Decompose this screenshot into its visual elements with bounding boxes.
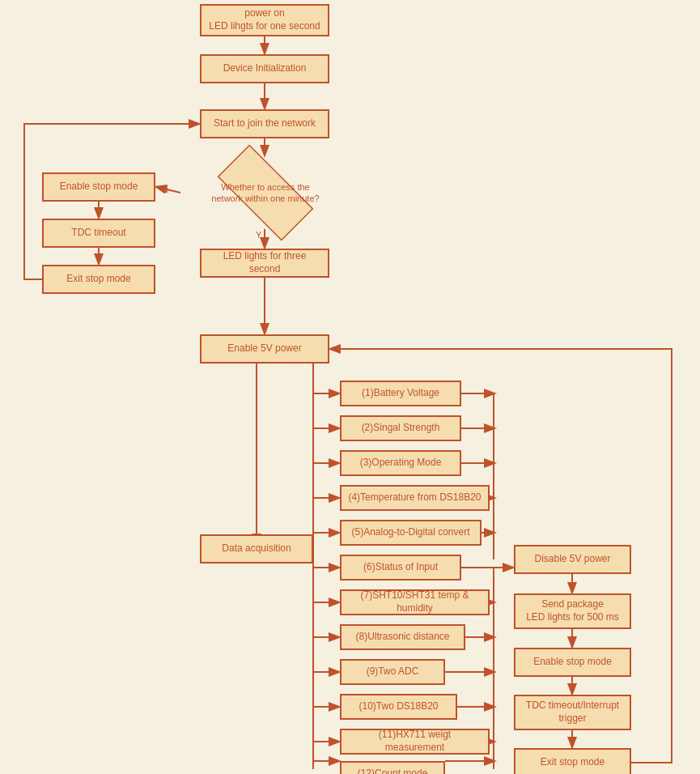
join-network-box: Start to join the network xyxy=(200,109,329,138)
sensor-8-box: (8)Ultrasonic distance xyxy=(340,624,465,650)
led-three-box: LED lights for three second xyxy=(200,249,329,278)
sensor-1-box: (1)Battery Voltage xyxy=(340,381,461,406)
sensor-10-box: (10)Two DS18B20 xyxy=(340,694,457,720)
sensor-7-box: (7)SHT10/SHT31 temp & humidity xyxy=(340,589,490,615)
sensor-9-box: (9)Two ADC xyxy=(340,659,445,685)
sensor-3-box: (3)Operating Mode xyxy=(340,450,461,476)
power-on-box: power on LED lihgts for one second xyxy=(200,4,329,36)
y-label: Y xyxy=(256,230,261,240)
tdc-timeout-box: TDC timeout xyxy=(42,219,155,248)
n-label: N xyxy=(162,185,168,194)
diamond-label: Whether to access thenetwork within one … xyxy=(207,177,323,209)
flowchart: power on LED lihgts for one second Devic… xyxy=(0,0,700,774)
enable-stop-box: Enable stop mode xyxy=(42,172,155,202)
tdc-interrupt-box: TDC timeout/Interrupt trigger xyxy=(514,695,631,730)
exit-stop2-box: Exit stop mode xyxy=(514,748,631,774)
sensor-11-box: (11)HX711 weigt measurement xyxy=(340,729,490,755)
sensor-12-box: (12)Count mode xyxy=(340,761,445,774)
svg-line-3 xyxy=(157,187,180,193)
sensor-4-box: (4)Temperature from DS18B20 xyxy=(340,485,490,511)
sensor-6-box: (6)Status of Input xyxy=(340,555,461,580)
device-init-box: Device Initialization xyxy=(200,54,329,83)
disable-5v-box: Disable 5V power xyxy=(514,545,631,574)
enable-5v-box: Enable 5V power xyxy=(200,334,329,364)
data-acq-box: Data acquisition xyxy=(200,534,313,563)
sensor-5-box: (5)Analog-to-Digital convert xyxy=(340,520,482,546)
sensor-2-box: (2)Singal Strength xyxy=(340,415,461,441)
exit-stop-box: Exit stop mode xyxy=(42,265,155,294)
send-pkg-box: Send package LED lights for 500 ms xyxy=(514,593,631,629)
access-diamond: Whether to access thenetwork within one … xyxy=(180,156,350,229)
enable-stop2-box: Enable stop mode xyxy=(514,648,631,677)
